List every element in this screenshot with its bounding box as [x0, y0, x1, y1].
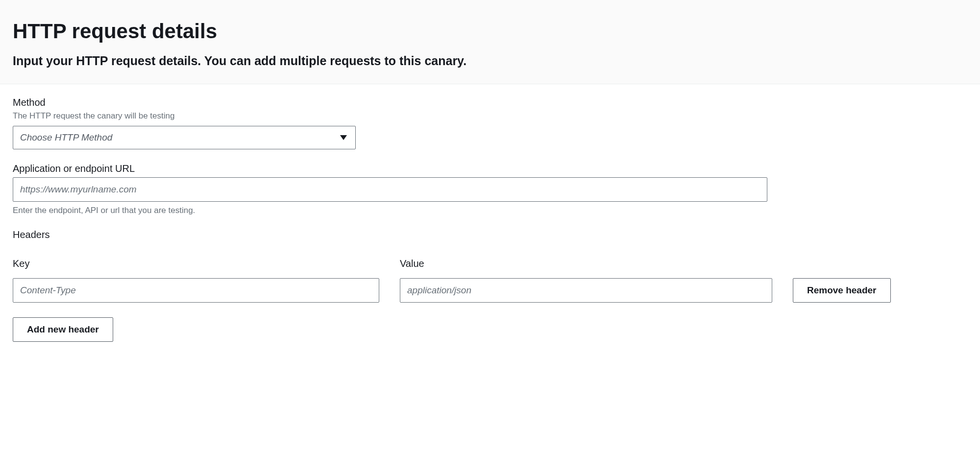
url-input[interactable]: [13, 177, 767, 202]
page-subtitle: Input your HTTP request details. You can…: [13, 54, 967, 68]
header-value-input[interactable]: [400, 278, 772, 303]
header-key-label: Key: [13, 258, 379, 269]
page-title: HTTP request details: [13, 20, 967, 43]
header-value-label: Value: [400, 258, 772, 269]
method-select-value: Choose HTTP Method: [13, 126, 356, 149]
method-select[interactable]: Choose HTTP Method: [13, 126, 356, 149]
header-action-spacer: [793, 258, 930, 269]
url-hint: Enter the endpoint, API or url that you …: [13, 206, 967, 215]
method-hint: The HTTP request the canary will be test…: [13, 111, 967, 121]
header-row: Key Value Remove header: [13, 258, 967, 303]
method-label: Method: [13, 97, 967, 108]
header-key-input[interactable]: [13, 278, 379, 303]
header-key-col: Key: [13, 258, 379, 303]
headers-section-label: Headers: [13, 229, 967, 240]
form-section: Method The HTTP request the canary will …: [0, 84, 980, 355]
header-action-col: Remove header: [793, 258, 930, 303]
url-label: Application or endpoint URL: [13, 163, 967, 174]
add-new-header-button[interactable]: Add new header: [13, 317, 113, 342]
method-field: Method The HTTP request the canary will …: [13, 97, 967, 149]
header-section: HTTP request details Input your HTTP req…: [0, 0, 980, 84]
header-value-col: Value: [400, 258, 772, 303]
remove-header-button[interactable]: Remove header: [793, 278, 891, 303]
url-field: Application or endpoint URL Enter the en…: [13, 163, 967, 215]
